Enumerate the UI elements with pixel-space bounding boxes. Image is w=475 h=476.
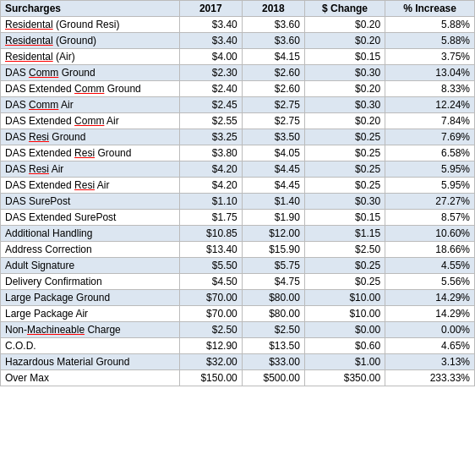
value-2018: $4.15 bbox=[242, 49, 304, 65]
header-change: $ Change bbox=[304, 1, 385, 17]
value-change: $0.60 bbox=[304, 338, 385, 354]
value-change: $350.00 bbox=[304, 370, 385, 386]
value-change: $0.25 bbox=[304, 161, 385, 178]
value-increase: 12.24% bbox=[385, 97, 475, 113]
value-change: $0.25 bbox=[304, 145, 385, 161]
value-increase: 4.55% bbox=[385, 258, 475, 274]
value-2018: $3.50 bbox=[242, 129, 304, 145]
value-change: $10.00 bbox=[304, 306, 385, 322]
value-increase: 3.13% bbox=[385, 354, 475, 370]
value-2017: $3.40 bbox=[179, 17, 242, 33]
table-row: DAS Resi Air$4.20$4.45$0.255.95% bbox=[1, 161, 475, 178]
surcharge-label: Large Package Ground bbox=[1, 290, 180, 306]
value-increase: 5.95% bbox=[385, 161, 475, 178]
value-increase: 233.33% bbox=[385, 370, 475, 386]
value-increase: 18.66% bbox=[385, 242, 475, 258]
value-2017: $150.00 bbox=[179, 370, 242, 386]
value-change: $0.20 bbox=[304, 17, 385, 33]
value-increase: 5.95% bbox=[385, 178, 475, 194]
table-row: Residental (Ground Resi)$3.40$3.60$0.205… bbox=[1, 17, 475, 33]
value-change: $0.30 bbox=[304, 65, 385, 81]
surcharge-label: DAS Extended Resi Air bbox=[1, 178, 180, 194]
surcharge-label: Large Package Air bbox=[1, 306, 180, 322]
value-increase: 8.57% bbox=[385, 210, 475, 226]
header-surcharges: Surcharges bbox=[1, 1, 180, 17]
surcharge-label: DAS Comm Ground bbox=[1, 65, 180, 81]
value-2018: $3.60 bbox=[242, 17, 304, 33]
value-change: $10.00 bbox=[304, 290, 385, 306]
value-2018: $80.00 bbox=[242, 306, 304, 322]
value-increase: 7.69% bbox=[385, 129, 475, 145]
surcharge-label: DAS Extended Resi Ground bbox=[1, 145, 180, 161]
value-2018: $500.00 bbox=[242, 370, 304, 386]
surcharge-label: Residental (Air) bbox=[1, 49, 180, 65]
value-change: $0.15 bbox=[304, 210, 385, 226]
value-2017: $4.00 bbox=[179, 49, 242, 65]
value-2017: $3.25 bbox=[179, 129, 242, 145]
value-change: $0.25 bbox=[304, 274, 385, 290]
value-2018: $80.00 bbox=[242, 290, 304, 306]
value-2018: $2.75 bbox=[242, 113, 304, 129]
table-row: Non-Machineable Charge$2.50$2.50$0.000.0… bbox=[1, 322, 475, 338]
value-2018: $4.45 bbox=[242, 161, 304, 178]
value-increase: 8.33% bbox=[385, 81, 475, 97]
value-change: $0.15 bbox=[304, 49, 385, 65]
surcharge-label: DAS SurePost bbox=[1, 194, 180, 210]
value-change: $1.15 bbox=[304, 226, 385, 242]
surcharge-label: Delivery Confirmation bbox=[1, 274, 180, 290]
value-2018: $3.60 bbox=[242, 33, 304, 49]
value-change: $0.30 bbox=[304, 194, 385, 210]
value-increase: 5.56% bbox=[385, 274, 475, 290]
value-2018: $2.75 bbox=[242, 97, 304, 113]
table-row: Residental (Ground)$3.40$3.60$0.205.88% bbox=[1, 33, 475, 49]
value-2018: $2.60 bbox=[242, 65, 304, 81]
value-increase: 13.04% bbox=[385, 65, 475, 81]
value-2018: $2.60 bbox=[242, 81, 304, 97]
value-change: $2.50 bbox=[304, 242, 385, 258]
surcharge-label: Adult Signature bbox=[1, 258, 180, 274]
table-row: Large Package Ground$70.00$80.00$10.0014… bbox=[1, 290, 475, 306]
value-change: $0.20 bbox=[304, 113, 385, 129]
value-2018: $13.50 bbox=[242, 338, 304, 354]
value-2018: $1.90 bbox=[242, 210, 304, 226]
value-increase: 4.65% bbox=[385, 338, 475, 354]
table-row: DAS SurePost$1.10$1.40$0.3027.27% bbox=[1, 194, 475, 210]
table-row: DAS Comm Ground$2.30$2.60$0.3013.04% bbox=[1, 65, 475, 81]
value-2018: $5.75 bbox=[242, 258, 304, 274]
table-row: DAS Extended SurePost$1.75$1.90$0.158.57… bbox=[1, 210, 475, 226]
value-2017: $12.90 bbox=[179, 338, 242, 354]
value-2018: $2.50 bbox=[242, 322, 304, 338]
surcharge-label: Non-Machineable Charge bbox=[1, 322, 180, 338]
table-row: Residental (Air)$4.00$4.15$0.153.75% bbox=[1, 49, 475, 65]
header-2018: 2018 bbox=[242, 1, 304, 17]
value-increase: 5.88% bbox=[385, 17, 475, 33]
header-2017: 2017 bbox=[179, 1, 242, 17]
value-increase: 10.60% bbox=[385, 226, 475, 242]
value-increase: 5.88% bbox=[385, 33, 475, 49]
value-2017: $5.50 bbox=[179, 258, 242, 274]
value-increase: 14.29% bbox=[385, 290, 475, 306]
value-2018: $12.00 bbox=[242, 226, 304, 242]
value-2017: $2.40 bbox=[179, 81, 242, 97]
surcharge-label: DAS Extended SurePost bbox=[1, 210, 180, 226]
value-2018: $1.40 bbox=[242, 194, 304, 210]
surcharge-label: DAS Comm Air bbox=[1, 97, 180, 113]
surcharge-label: Additional Handling bbox=[1, 226, 180, 242]
table-row: DAS Extended Resi Air$4.20$4.45$0.255.95… bbox=[1, 178, 475, 194]
table-row: DAS Extended Comm Air$2.55$2.75$0.207.84… bbox=[1, 113, 475, 129]
surcharge-label: Residental (Ground) bbox=[1, 33, 180, 49]
value-2017: $3.40 bbox=[179, 33, 242, 49]
value-2017: $10.85 bbox=[179, 226, 242, 242]
value-change: $0.00 bbox=[304, 322, 385, 338]
surcharge-label: DAS Resi Ground bbox=[1, 129, 180, 145]
value-2017: $4.20 bbox=[179, 161, 242, 178]
table-row: Over Max$150.00$500.00$350.00233.33% bbox=[1, 370, 475, 386]
value-increase: 7.84% bbox=[385, 113, 475, 129]
surcharge-label: DAS Extended Comm Ground bbox=[1, 81, 180, 97]
table-row: DAS Comm Air$2.45$2.75$0.3012.24% bbox=[1, 97, 475, 113]
surcharge-label: Over Max bbox=[1, 370, 180, 386]
surcharge-label: Hazardous Material Ground bbox=[1, 354, 180, 370]
value-increase: 6.58% bbox=[385, 145, 475, 161]
table-row: DAS Extended Resi Ground$3.80$4.05$0.256… bbox=[1, 145, 475, 161]
value-change: $1.00 bbox=[304, 354, 385, 370]
